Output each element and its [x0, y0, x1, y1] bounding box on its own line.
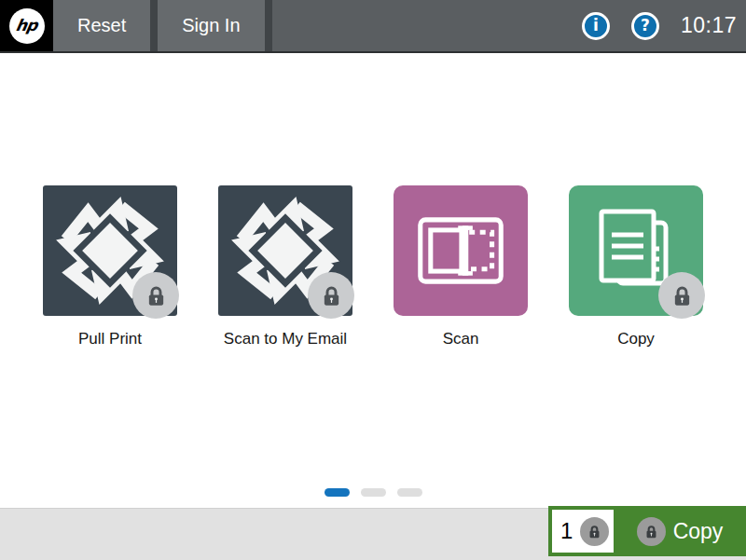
lock-icon: [670, 283, 695, 308]
tile-label: Copy: [569, 330, 703, 348]
scanner-icon: [418, 216, 504, 285]
quick-action-bar: 1: [0, 508, 746, 560]
help-icon-glyph: ?: [641, 18, 650, 34]
page-indicator: [0, 488, 746, 497]
lock-badge: [658, 272, 705, 319]
hp-logo[interactable]: hp: [0, 0, 53, 51]
top-bar-spacer: [272, 0, 582, 51]
lock-icon: [319, 283, 344, 308]
help-icon[interactable]: ?: [631, 12, 659, 40]
quick-copy-label: Copy: [673, 519, 724, 544]
tile-label: Scan to My Email: [218, 330, 352, 348]
tile-label: Pull Print: [43, 330, 177, 348]
app-pull-print: Pull Print: [43, 185, 177, 348]
top-bar: hp Reset Sign In i ? 10:17: [0, 0, 746, 53]
hp-logo-text: hp: [15, 16, 39, 34]
clock: 10:17: [681, 13, 737, 38]
lock-icon: [144, 283, 169, 308]
page-dot-1[interactable]: [325, 488, 350, 497]
top-bar-divider: [265, 0, 272, 51]
scan-tile[interactable]: [394, 185, 528, 316]
home-apps-row: Pull Print: [0, 185, 746, 348]
top-bar-divider: [150, 0, 158, 51]
page-dot-3[interactable]: [397, 488, 422, 497]
lock-badge: [132, 272, 179, 319]
lock-badge: [308, 272, 354, 319]
lock-badge: [637, 517, 666, 546]
printer-home-screen: hp Reset Sign In i ? 10:17: [0, 0, 746, 560]
app-copy: Copy: [569, 185, 703, 348]
reset-button[interactable]: Reset: [53, 0, 150, 51]
quick-copy-widget: 1: [548, 506, 746, 556]
quick-copy-button[interactable]: Copy: [614, 506, 746, 556]
copy-quantity-value: 1: [560, 518, 573, 544]
app-scan-to-my-email: Scan to My Email: [218, 185, 352, 348]
hp-logo-circle: hp: [9, 8, 45, 44]
copy-quantity-field[interactable]: 1: [552, 510, 614, 553]
copy-tile[interactable]: [569, 185, 703, 316]
lock-icon: [587, 524, 602, 540]
lock-badge: [580, 517, 609, 546]
info-icon[interactable]: i: [582, 12, 610, 40]
tile-label: Scan: [394, 330, 528, 348]
page-dot-2[interactable]: [361, 488, 386, 497]
pull-print-tile[interactable]: [43, 185, 177, 316]
app-scan: Scan: [394, 185, 528, 348]
lock-icon: [643, 524, 659, 540]
info-icon-glyph: i: [593, 18, 599, 34]
scan-to-my-email-tile[interactable]: [218, 185, 352, 316]
sign-in-button[interactable]: Sign In: [158, 0, 264, 51]
